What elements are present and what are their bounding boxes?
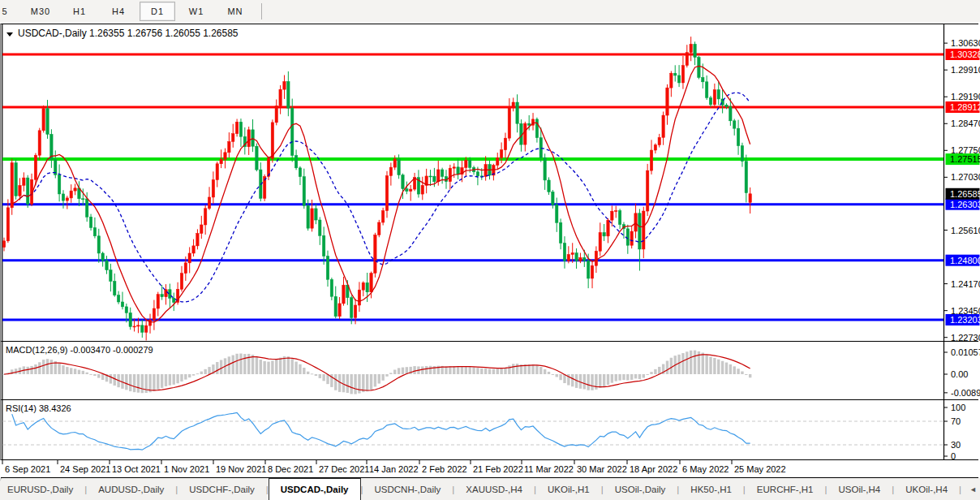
macd-histogram-bar	[402, 368, 404, 374]
candle-body	[615, 211, 617, 212]
candle-body	[319, 220, 321, 235]
rsi-label: RSI(14) 38.4326	[6, 403, 71, 413]
candle-body	[62, 194, 64, 200]
candle-body	[326, 256, 329, 280]
candle-body	[733, 121, 736, 128]
macd-histogram-bar	[449, 366, 451, 374]
candle-body	[634, 213, 637, 231]
macd-histogram-bar	[611, 374, 613, 383]
rsi-scale-label: 30	[951, 440, 961, 450]
macd-histogram-bar	[484, 369, 487, 374]
macd-histogram-bar	[370, 374, 372, 390]
macd-histogram-bar	[389, 373, 392, 374]
macd-histogram-bar	[539, 367, 542, 374]
tab-audusd-daily[interactable]: AUDUSD-,Daily	[87, 478, 175, 500]
timeframe-button-H4[interactable]: H4	[101, 2, 136, 21]
macd-histogram-bar	[42, 360, 45, 374]
macd-histogram-bar	[512, 364, 514, 374]
candle-body	[638, 213, 641, 249]
candle-body	[235, 122, 238, 133]
candle-body	[677, 75, 680, 83]
macd-histogram-bar	[413, 366, 415, 374]
candle-body	[370, 274, 372, 292]
tab-xauusd-h4[interactable]: XAUUSD-,H4	[454, 478, 534, 500]
candle-body	[457, 167, 459, 175]
macd-histogram-bar	[176, 374, 178, 383]
candle-body	[567, 255, 570, 261]
date-tick-label: 6 May 2022	[682, 464, 729, 474]
chart-title: USDCAD-,Daily 1.26355 1.26756 1.26055 1.…	[6, 28, 239, 39]
macd-histogram-bar	[492, 369, 495, 374]
timeframe-button-MN[interactable]: MN	[217, 2, 253, 21]
tab-usoil-daily[interactable]: USOil-,Daily	[604, 478, 677, 500]
macd-histogram-bar	[556, 374, 558, 377]
candle-body	[6, 208, 9, 241]
macd-histogram-bar	[319, 374, 321, 378]
candle-body	[686, 53, 688, 66]
tabs-scroll-left-icon[interactable]: ◄	[969, 485, 977, 494]
candle-body	[19, 185, 21, 196]
tab-ukoil-h1[interactable]: UKOil-,H1	[536, 478, 601, 500]
macd-histogram-bar	[552, 374, 554, 375]
macd-histogram-bar	[654, 369, 656, 374]
tab-usdchf-daily[interactable]: USDCHF-,Daily	[178, 478, 266, 500]
candle-body	[303, 177, 305, 206]
timeframe-button-M30[interactable]: M30	[23, 2, 58, 21]
tab-usdcnh-daily[interactable]: USDCNH-,Daily	[363, 478, 453, 500]
candle-body	[381, 211, 384, 222]
price-tick-label: 1.29910	[951, 65, 980, 75]
tab-hk50-h1[interactable]: HK50-,H1	[679, 478, 743, 500]
candle-body	[192, 246, 195, 253]
candle-body	[654, 145, 656, 150]
macd-histogram-bar	[165, 374, 167, 386]
candle-body	[247, 130, 250, 147]
candle-body	[406, 189, 408, 192]
candle-body	[745, 162, 747, 193]
tab-ukoil-h4[interactable]: UKOil-,H4	[894, 478, 959, 500]
candle-body	[208, 197, 210, 209]
candle-body	[441, 170, 443, 177]
candle-body	[70, 191, 72, 198]
candle-body	[2, 241, 5, 248]
macd-histogram-bar	[421, 366, 423, 374]
macd-histogram-bar	[638, 374, 641, 379]
candle-body	[713, 90, 716, 105]
timeframe-button-D1[interactable]: D1	[140, 2, 175, 21]
level-badge-1.30328-text: 1.30328	[950, 50, 980, 59]
candle-body	[421, 185, 423, 194]
candle-body	[508, 107, 510, 139]
candle-body	[322, 235, 325, 256]
timeframe-button-W1[interactable]: W1	[178, 2, 214, 21]
macd-histogram-bar	[745, 374, 747, 375]
macd-histogram-bar	[615, 374, 617, 381]
date-tick-label: 6 Sep 2021	[5, 464, 50, 474]
macd-histogram-bar	[263, 361, 265, 374]
chart-area[interactable]: USDCAD-,Daily 1.26355 1.26756 1.26055 1.…	[0, 22, 980, 478]
candle-body	[544, 157, 546, 180]
tab-eurusd-daily[interactable]: EURUSD-,Daily	[0, 478, 84, 500]
tab-usdcad-daily[interactable]: USDCAD-,Daily	[269, 478, 361, 500]
macd-histogram-bar	[705, 355, 707, 374]
candle-body	[354, 305, 356, 317]
macd-histogram-bar	[646, 374, 648, 375]
tab-usoil-h4[interactable]: USOil-,H4	[827, 478, 892, 500]
candle-body	[402, 175, 404, 189]
timeframe-button-H1[interactable]: H1	[62, 2, 97, 21]
timeframe-button-5[interactable]: 5	[0, 2, 19, 21]
macd-histogram-bar	[535, 365, 538, 374]
tab-eurchf-h1[interactable]: EURCHF-,H1	[746, 478, 825, 500]
candle-body	[334, 296, 337, 317]
trading-terminal: 5M30H1H4D1W1MN USDCAD-,Daily 1.26355 1.2…	[0, 0, 980, 500]
candle-body	[212, 180, 214, 197]
candle-body	[595, 251, 597, 265]
candle-body	[291, 108, 294, 155]
toolbar-separator	[261, 3, 262, 19]
macd-histogram-bar	[666, 361, 668, 374]
candle-body	[607, 220, 609, 236]
macd-histogram-bar	[393, 370, 396, 374]
candle-body	[599, 232, 601, 251]
macd-histogram-bar	[544, 369, 546, 374]
macd-histogram-bar	[38, 362, 41, 374]
macd-histogram-bar	[571, 374, 574, 386]
macd-histogram-bar	[548, 372, 550, 374]
